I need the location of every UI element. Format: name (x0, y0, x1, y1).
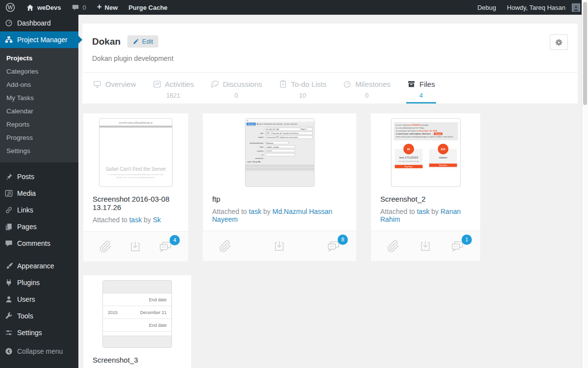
comment-bubble-icon (72, 3, 79, 11)
submenu-item-addons[interactable]: Add-ons (0, 78, 78, 91)
wrench-icon (5, 312, 13, 320)
comment-count: 0 (82, 4, 86, 11)
sidebar-item-appearance[interactable]: Appearance (0, 258, 78, 274)
submenu-item-my-tasks[interactable]: My Tasks (0, 91, 78, 105)
main-content: Dokan Edit Dokan plugin development (78, 15, 582, 368)
project-settings-button[interactable] (550, 34, 568, 50)
download-icon (272, 239, 286, 253)
site-name-menu[interactable]: weDevs (21, 0, 66, 15)
file-card: End date 2015December 21 End date Screen… (83, 275, 191, 368)
collapse-menu-button[interactable]: Collapse menu (0, 343, 78, 360)
site-name: weDevs (37, 4, 61, 11)
comments-button[interactable]: 1 (450, 239, 466, 254)
attachment-button[interactable] (98, 239, 113, 254)
sidebar-item-settings[interactable]: Settings (0, 324, 78, 341)
download-button[interactable] (272, 239, 286, 253)
new-menu[interactable]: + New (92, 0, 123, 15)
download-icon (418, 239, 432, 253)
submenu-item-reports[interactable]: Reports (0, 118, 78, 131)
submenu-item-projects[interactable]: Projects (0, 52, 78, 65)
paperclip-icon (386, 239, 400, 254)
comment-count-badge: 8 (338, 235, 348, 245)
file-title: Screenshot_2 (380, 195, 471, 203)
tab-milestones[interactable]: Milestones 0 (342, 73, 392, 104)
comments-menu[interactable]: 0 (66, 0, 91, 15)
discussion-bubbles-icon (211, 80, 219, 88)
account-menu[interactable]: Howdy, Tareq Hasan (502, 0, 588, 15)
file-card-footer: 8 (203, 231, 356, 261)
tab-activities[interactable]: Activities 1621 (152, 73, 195, 104)
attachment-button[interactable] (218, 239, 232, 254)
file-card-footer: 1 (371, 231, 480, 261)
file-thumbnail[interactable]: End date 2015December 21 End date (102, 280, 172, 348)
submenu-item-calendar[interactable]: Calendar (0, 105, 78, 118)
pages-icon (5, 223, 13, 231)
tab-todo-lists[interactable]: To-do Lists 10 (278, 73, 328, 104)
pushpin-icon (5, 173, 13, 181)
page-scrollbar[interactable] (582, 0, 588, 368)
sidebar-item-comments[interactable]: Comments (0, 235, 78, 252)
download-button[interactable] (418, 239, 432, 253)
howdy-label: Howdy, Tareq Hasan (507, 4, 565, 11)
tab-discussions[interactable]: Discussions 0 (210, 73, 263, 104)
comment-count-badge: 1 (462, 235, 472, 245)
file-thumbnail[interactable]: ou are using test 17122015 package. ou c… (391, 118, 461, 187)
home-icon (26, 3, 34, 12)
file-attached-line: Attached to task by Md.Nazmul Hassan Nay… (212, 208, 347, 223)
project-tabs: Overview Activities 1621 (82, 72, 578, 104)
sidebar-item-dashboard[interactable]: Dashboard (0, 15, 78, 31)
comments-button[interactable]: 4 (158, 239, 173, 254)
paperclip-icon (98, 239, 113, 254)
gear-icon (554, 38, 564, 47)
submenu-item-settings[interactable]: Settings (0, 144, 78, 158)
dashboard-icon (5, 19, 13, 27)
purge-cache-menu[interactable]: Purge Cache (123, 0, 172, 15)
paperclip-icon (218, 239, 232, 254)
package-card: $1 test 17122015 one day 10 prod package… (394, 149, 422, 168)
sidebar-item-links[interactable]: Links (0, 202, 78, 218)
file-thumbnail[interactable]: tt. Général Avancé Paramètres de transfe… (245, 118, 315, 187)
sidebar-item-media[interactable]: Media (0, 185, 78, 202)
debug-menu[interactable]: Debug (472, 0, 501, 15)
edit-project-button[interactable]: Edit (127, 35, 158, 48)
files-archive-icon (407, 80, 416, 88)
task-link[interactable]: task (129, 216, 142, 224)
file-title: Screenshot 2016-03-08 13.17.26 (93, 195, 179, 211)
author-link[interactable]: Sk (153, 216, 161, 224)
pencil-icon (133, 38, 139, 45)
plug-icon (5, 279, 13, 287)
clipboard-icon (279, 80, 287, 88)
media-icon (5, 189, 13, 197)
task-link[interactable]: task (417, 208, 430, 215)
person-icon (573, 5, 579, 11)
file-thumbnail[interactable]: tecnofix-testing.365grafikdesign.at Safa… (99, 118, 172, 187)
file-attached-line: Attached to task by Ranan Rahim (380, 208, 471, 223)
admin-bar: W weDevs 0 + New Purge Cache Debug Howdy… (0, 0, 588, 15)
wordpress-logo-menu[interactable]: W (0, 0, 21, 15)
sidebar-item-plugins[interactable]: Plugins (0, 274, 78, 291)
sliders-icon (5, 329, 13, 337)
plus-icon: + (97, 2, 102, 12)
tab-files[interactable]: Files 4 (406, 73, 436, 104)
avatar (572, 3, 580, 12)
sidebar-item-posts[interactable]: Posts (0, 168, 78, 185)
download-button[interactable] (128, 240, 142, 254)
sidebar-item-project-manager[interactable]: Project Manager (0, 31, 78, 48)
project-title: Dokan (92, 36, 121, 47)
paintbrush-icon (5, 262, 13, 270)
sidebar-item-tools[interactable]: Tools (0, 308, 78, 324)
tab-overview[interactable]: Overview (92, 73, 137, 104)
speech-bubble-icon (5, 239, 13, 247)
task-link[interactable]: task (249, 208, 262, 215)
sidebar-item-users[interactable]: Users (0, 291, 78, 308)
sidebar: Dashboard Project Manager Projects Categ… (0, 15, 78, 368)
sidebar-item-pages[interactable]: Pages (0, 218, 78, 235)
scrollbar-thumb[interactable] (583, 2, 587, 105)
submenu-item-categories[interactable]: Categories (0, 65, 78, 78)
comments-button[interactable]: 8 (326, 239, 342, 254)
activity-chart-icon (153, 80, 161, 88)
download-icon (128, 240, 142, 254)
submenu-item-progress[interactable]: Progress (0, 131, 78, 144)
attachment-button[interactable] (386, 239, 400, 254)
new-label: New (105, 4, 118, 11)
